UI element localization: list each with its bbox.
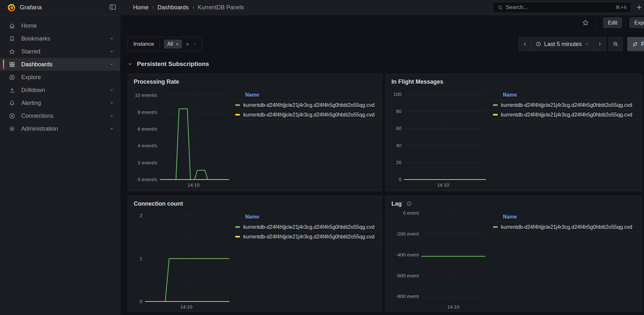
chevron-down-icon[interactable] xyxy=(109,88,114,92)
time-range-picker[interactable]: Last 5 minutes xyxy=(531,37,593,51)
series-color-swatch xyxy=(493,104,498,106)
row-title: Persistent Subscriptions xyxy=(137,60,209,68)
timeseries-chart[interactable]: 0 event-200 event-400 event-600 event-80… xyxy=(391,209,488,311)
sidebar-item-label: Home xyxy=(21,23,37,29)
sidebar-item-label: Explore xyxy=(21,74,41,81)
series-name: kurrentdb-d24f4hljjcle21j4r3cg.d24f4h5g0… xyxy=(501,112,632,118)
svg-text:1: 1 xyxy=(140,256,142,261)
svg-text:2 event/s: 2 event/s xyxy=(138,160,157,165)
gear-icon xyxy=(9,125,15,132)
svg-text:4 event/s: 4 event/s xyxy=(138,143,157,148)
dock-menu-icon[interactable] xyxy=(109,3,117,11)
legend-row[interactable]: kurrentdb-d24f4hljjcle21j4r3cg.d24f4h5g0… xyxy=(232,222,382,232)
chevron-down-icon[interactable] xyxy=(109,100,114,105)
legend-name-header[interactable]: Name xyxy=(232,92,382,100)
add-new-icon[interactable] xyxy=(636,4,643,11)
compass-icon xyxy=(9,74,15,81)
timeseries-chart[interactable]: 01214:10 xyxy=(134,209,230,311)
legend-row[interactable]: kurrentdb-d24f4hljjcle21j4r3cg.d24f4h5g0… xyxy=(490,100,642,110)
svg-text:10 event/s: 10 event/s xyxy=(135,92,157,98)
svg-text:-800 event: -800 event xyxy=(396,293,419,299)
plug-icon xyxy=(9,113,15,119)
sidebar-item-label: Dashboards xyxy=(21,61,53,68)
sidebar-item-home[interactable]: Home xyxy=(0,19,120,32)
legend-row[interactable]: kurrentdb-d24f4hljjcle21j4r3cg.d24f4h5g0… xyxy=(490,110,642,120)
sidebar-item-connections[interactable]: Connections xyxy=(0,109,120,122)
svg-text:8 event/s: 8 event/s xyxy=(138,109,157,115)
series-name: kurrentdb-d24f4hljjcle21j4r3cg.d24f4h5g0… xyxy=(501,224,632,230)
instance-filter: Instance All × × xyxy=(128,37,202,51)
legend-name-header[interactable]: Name xyxy=(232,214,382,222)
time-controls: Last 5 minutes Refresh xyxy=(519,37,644,51)
legend-row[interactable]: kurrentdb-d24f4hljjcle21j4r3cg.d24f4h5g0… xyxy=(232,232,382,242)
grafana-logo-icon xyxy=(7,3,16,12)
svg-text:-400 event: -400 event xyxy=(396,252,419,257)
sidebar-item-alerting[interactable]: Alerting xyxy=(0,97,120,109)
grafana-home-button[interactable]: Grafana xyxy=(7,3,42,12)
legend-row[interactable]: kurrentdb-d24f4hljjcle21j4r3cg.d24f4h5g0… xyxy=(232,100,382,110)
toolbar-divider xyxy=(625,19,626,27)
svg-text:100: 100 xyxy=(393,91,401,97)
breadcrumb: Home › Dashboards › KurrentDB Panels xyxy=(133,0,244,15)
sidebar-item-label: Bookmarks xyxy=(21,35,50,42)
time-shift-back-button[interactable] xyxy=(519,37,531,51)
chevron-down-icon[interactable] xyxy=(109,113,114,118)
chevron-down-icon[interactable] xyxy=(109,49,114,54)
search-placeholder: Search... xyxy=(506,4,612,11)
panel-title[interactable]: In Flight Messages xyxy=(391,78,642,86)
row-persistent-subscriptions[interactable]: Persistent Subscriptions xyxy=(128,58,644,70)
panel-title[interactable]: Lag xyxy=(391,200,642,208)
panel-legend: Namekurrentdb-d24f4hljjcle21j4r3cg.d24f4… xyxy=(232,92,382,189)
sidebar-item-label: Drilldown xyxy=(21,87,45,94)
panel-title[interactable]: Processing Rate xyxy=(134,78,382,86)
dashboard-toolbar: Edit Export xyxy=(120,15,644,31)
series-name: kurrentdb-d24f4hljjcle21j4r3cg.d24f4h5g0… xyxy=(243,234,374,240)
time-range-label: Last 5 minutes xyxy=(544,41,582,48)
time-shift-forward-button[interactable] xyxy=(593,37,606,51)
star-dashboard-icon[interactable] xyxy=(582,19,589,26)
brand-name: Grafana xyxy=(20,4,42,11)
panel-title[interactable]: Connection count xyxy=(134,200,382,208)
search-input[interactable]: Search... ⌘+k xyxy=(493,2,631,13)
instance-filter-value[interactable]: All × × xyxy=(160,37,202,51)
chevron-down-icon[interactable] xyxy=(109,62,114,67)
sidebar-item-administration[interactable]: Administration xyxy=(0,122,120,135)
clear-filter-icon[interactable]: × xyxy=(186,42,189,47)
svg-text:14:10: 14:10 xyxy=(180,304,193,310)
timeseries-chart[interactable]: 0 event/s2 event/s4 event/s6 event/s8 ev… xyxy=(134,88,230,189)
series-name: kurrentdb-d24f4hljjcle21j4r3cg.d24f4h5g0… xyxy=(243,102,374,108)
chevron-down-icon[interactable] xyxy=(109,36,114,41)
sidebar-item-explore[interactable]: Explore xyxy=(0,71,120,84)
edit-button[interactable]: Edit xyxy=(603,17,622,28)
sidebar-item-bookmarks[interactable]: Bookmarks xyxy=(0,32,120,45)
sidebar-item-starred[interactable]: Starred xyxy=(0,45,120,58)
zoom-out-icon xyxy=(612,41,619,47)
toolbar-divider xyxy=(596,19,596,27)
breadcrumb-home[interactable]: Home xyxy=(133,4,149,11)
refresh-icon xyxy=(632,41,638,47)
remove-chip-icon[interactable]: × xyxy=(176,42,179,47)
zoom-out-time-button[interactable] xyxy=(609,37,623,51)
series-name: kurrentdb-d24f4hljjcle21j4r3cg.d24f4h5g0… xyxy=(243,112,374,118)
legend-row[interactable]: kurrentdb-d24f4hljjcle21j4r3cg.d24f4h5g0… xyxy=(490,222,642,232)
legend-name-header[interactable]: Name xyxy=(490,92,642,100)
legend-row[interactable]: kurrentdb-d24f4hljjcle21j4r3cg.d24f4h5g0… xyxy=(232,110,382,120)
chevron-down-icon[interactable] xyxy=(193,42,197,46)
chevron-down-icon[interactable] xyxy=(109,126,114,131)
export-button[interactable]: Export xyxy=(630,17,644,28)
breadcrumb-current-page: KurrentDB Panels xyxy=(197,4,244,11)
svg-text:0: 0 xyxy=(140,299,142,304)
info-icon[interactable] xyxy=(406,201,412,207)
timeseries-chart[interactable]: 02040608010014:10 xyxy=(391,88,488,189)
sidebar-item-dashboards[interactable]: Dashboards xyxy=(0,58,120,71)
collapse-chevron-icon[interactable] xyxy=(128,61,133,67)
breadcrumb-separator: › xyxy=(152,4,154,11)
panel-grid: Processing Rate 0 event/s2 event/s4 even… xyxy=(128,74,644,312)
breadcrumb-dashboards[interactable]: Dashboards xyxy=(158,4,189,11)
sidebar-item-drilldown[interactable]: Drilldown xyxy=(0,84,120,97)
search-shortcut-hint: ⌘+k xyxy=(615,5,627,10)
legend-name-header[interactable]: Name xyxy=(490,214,642,222)
top-nav-bar: Grafana Home › Dashboards › KurrentDB Pa… xyxy=(0,0,644,15)
filter-chip-all[interactable]: All × xyxy=(164,40,182,49)
refresh-button[interactable]: Refresh xyxy=(627,37,644,51)
